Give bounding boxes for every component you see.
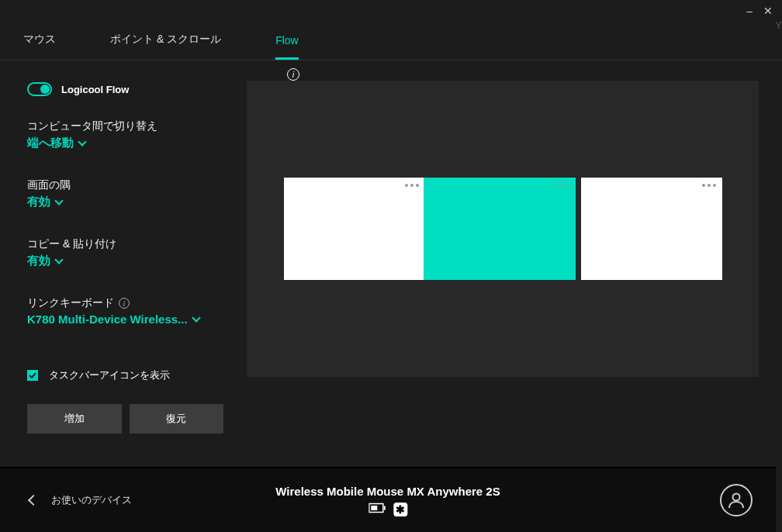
screen-edge-dropdown[interactable]: 有効 — [27, 195, 62, 209]
check-icon — [29, 371, 36, 379]
dropdown-value: 有効 — [27, 195, 50, 209]
chevron-down-icon — [78, 137, 86, 146]
device-status-icons: ✱ — [275, 503, 500, 516]
edge-char: Y — [775, 19, 782, 31]
your-devices-label: お使いのデバイス — [51, 493, 132, 507]
taskbar-icon-row: タスクバーアイコンを表示 — [27, 368, 223, 382]
dropdown-value: 端へ移動 — [27, 136, 74, 150]
flow-toggle[interactable] — [27, 82, 52, 96]
monitor-menu-icon[interactable] — [702, 184, 716, 187]
chevron-left-icon — [28, 495, 39, 506]
svg-point-3 — [733, 494, 740, 501]
tab-mouse[interactable]: マウス — [23, 22, 56, 60]
monitor-3[interactable] — [581, 178, 722, 280]
svg-rect-1 — [383, 506, 385, 510]
close-button[interactable]: ✕ — [763, 5, 773, 17]
monitor-menu-icon[interactable] — [555, 184, 569, 187]
info-icon[interactable]: i — [119, 298, 130, 309]
setting-screen-edge: 画面の隅 有効 — [27, 178, 223, 209]
window-controls: – ✕ — [746, 5, 773, 17]
setting-switch-computers: コンピュータ間で切り替え 端へ移動 — [27, 119, 223, 150]
info-icon[interactable]: i — [287, 68, 299, 81]
dropdown-value: K780 Multi-Device Wireless... — [27, 313, 188, 326]
chevron-down-icon — [192, 313, 200, 322]
restore-button[interactable]: 復元 — [130, 404, 224, 434]
main-area: i — [247, 60, 782, 467]
tab-bar: マウス ポイント & スクロール Flow — [0, 0, 782, 60]
monitors-group — [284, 178, 722, 280]
setting-label: コピー & 貼り付け — [27, 237, 223, 251]
flow-toggle-label: Logicool Flow — [61, 84, 129, 95]
person-icon — [727, 491, 746, 510]
device-info: Wireless Mobile Mouse MX Anywhere 2S ✱ — [275, 485, 500, 516]
setting-copy-paste: コピー & 貼り付け 有効 — [27, 237, 223, 268]
dropdown-value: 有効 — [27, 254, 50, 268]
flow-toggle-row: Logicool Flow — [27, 82, 223, 96]
button-row: 増加 復元 — [27, 404, 223, 434]
toggle-knob — [40, 85, 50, 94]
sidebar: Logicool Flow コンピュータ間で切り替え 端へ移動 画面の隅 有効 … — [0, 60, 247, 467]
monitor-2[interactable] — [424, 178, 576, 280]
chevron-down-icon — [54, 196, 63, 205]
setting-label: コンピュータ間で切り替え — [27, 119, 223, 133]
device-name: Wireless Mobile Mouse MX Anywhere 2S — [275, 485, 500, 498]
show-taskbar-icon-checkbox[interactable] — [27, 370, 38, 381]
battery-icon — [369, 503, 386, 516]
minimize-button[interactable]: – — [746, 5, 753, 17]
svg-rect-2 — [371, 506, 377, 510]
setting-linked-keyboard: リンクキーボード i K780 Multi-Device Wireless... — [27, 296, 223, 326]
chevron-down-icon — [54, 255, 63, 264]
switch-computers-dropdown[interactable]: 端へ移動 — [27, 136, 85, 150]
unifying-receiver-icon: ✱ — [393, 503, 407, 516]
setting-label: リンクキーボード i — [27, 296, 223, 310]
linked-keyboard-dropdown[interactable]: K780 Multi-Device Wireless... — [27, 313, 199, 326]
monitor-menu-icon[interactable] — [405, 184, 419, 187]
bottom-bar: お使いのデバイス Wireless Mobile Mouse MX Anywhe… — [0, 467, 776, 532]
checkbox-label: タスクバーアイコンを表示 — [49, 368, 170, 382]
setting-label: 画面の隅 — [27, 178, 223, 192]
add-button[interactable]: 増加 — [27, 404, 122, 434]
tab-point-scroll[interactable]: ポイント & スクロール — [110, 22, 221, 60]
monitor-1[interactable] — [284, 178, 425, 280]
your-devices-link[interactable]: お使いのデバイス — [29, 493, 132, 507]
tab-flow[interactable]: Flow — [275, 23, 299, 60]
profile-button[interactable] — [720, 484, 753, 516]
flow-canvas[interactable] — [247, 81, 759, 377]
copy-paste-dropdown[interactable]: 有効 — [27, 254, 62, 268]
